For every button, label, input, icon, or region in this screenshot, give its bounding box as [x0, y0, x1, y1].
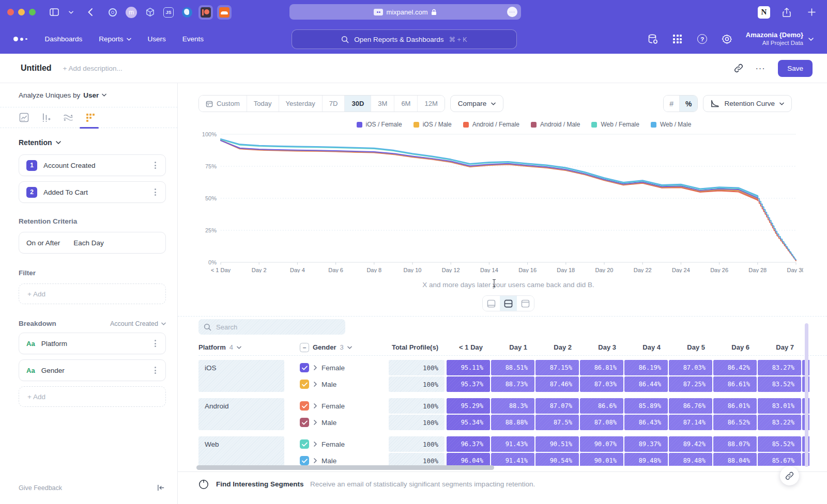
back-button[interactable]: [83, 6, 97, 19]
series-checkbox[interactable]: [300, 439, 309, 449]
retention-step-1[interactable]: 1 Account Created: [19, 154, 166, 176]
report-title[interactable]: Untitled: [21, 64, 52, 73]
retention-cell-day-5[interactable]: 87.03%: [669, 360, 712, 375]
series-checkbox[interactable]: [300, 401, 309, 411]
retention-cell-day-2[interactable]: 87.15%: [535, 360, 579, 375]
legend-item[interactable]: Web / Male: [651, 121, 691, 128]
retention-cell-day-2[interactable]: 87.07%: [535, 398, 579, 414]
retention-cell-day-2[interactable]: 90.54%: [535, 453, 579, 466]
retention-cell-day-6[interactable]: 88.04%: [713, 453, 757, 466]
range-custom[interactable]: Custom: [199, 96, 247, 112]
retention-cell-day-0[interactable]: 95.11%: [447, 360, 490, 375]
vertical-scrollbar[interactable]: [805, 323, 808, 467]
retention-criteria-card[interactable]: On or After Each Day: [19, 232, 166, 254]
column-header-day-7[interactable]: Day 7: [758, 343, 802, 351]
window-close-button[interactable]: [7, 9, 14, 15]
retention-cell-day-1[interactable]: 88.88%: [491, 415, 534, 430]
tab-funnels-icon[interactable]: [41, 113, 51, 123]
retention-cell-day-7[interactable]: 85.52%: [758, 436, 801, 452]
retention-line-chart[interactable]: 0%25%50%75%100%< 1 DayDay 2Day 4Day 6Day…: [198, 130, 803, 273]
expand-row-icon[interactable]: [314, 403, 317, 408]
table-search[interactable]: [198, 319, 345, 335]
gender-cell[interactable]: Female: [285, 398, 389, 414]
retention-cell-day-1[interactable]: 88.73%: [491, 376, 534, 392]
column-header-day-4[interactable]: Day 4: [624, 343, 669, 351]
tab-insights-icon[interactable]: [19, 113, 29, 123]
data-management-icon[interactable]: [647, 33, 659, 45]
retention-cell-day-1[interactable]: 88.3%: [491, 398, 534, 414]
retention-cell-day-2[interactable]: 87.46%: [535, 376, 579, 392]
retention-cell-day-5[interactable]: 89.42%: [669, 436, 712, 452]
retention-cell-day-4[interactable]: 89.48%: [624, 453, 668, 466]
package-extension-icon[interactable]: [143, 5, 157, 20]
column-header-day-3[interactable]: Day 3: [580, 343, 624, 351]
nav-events[interactable]: Events: [182, 35, 204, 43]
legend-item[interactable]: iOS / Male: [414, 121, 452, 128]
more-menu-icon[interactable]: ...: [756, 67, 765, 70]
global-search[interactable]: Open Reports & Dashboards ⌘ + K: [292, 29, 517, 49]
address-bar[interactable]: mixpanel.com ...: [289, 4, 521, 20]
retention-cell-day-6[interactable]: 86.61%: [713, 376, 757, 392]
range-yesterday[interactable]: Yesterday: [279, 96, 323, 112]
retention-cell-day-3[interactable]: 87.03%: [580, 376, 623, 392]
retention-cell-day-6[interactable]: 86.52%: [713, 415, 757, 430]
retention-cell-day-5[interactable]: 87.25%: [669, 376, 712, 392]
javascript-extension-icon[interactable]: JS: [161, 5, 176, 20]
retention-cell-day-4[interactable]: 86.44%: [624, 376, 668, 392]
retention-cell-day-2[interactable]: 87.5%: [535, 415, 579, 430]
retention-cell-day-0[interactable]: 95.29%: [447, 398, 490, 414]
retention-cell-day-7[interactable]: 83.01%: [758, 398, 801, 414]
apps-grid-icon[interactable]: [671, 33, 684, 45]
gender-cell[interactable]: Male: [285, 453, 389, 466]
platform-cell[interactable]: iOS: [198, 360, 284, 392]
tab-retention-icon[interactable]: [85, 113, 96, 123]
step-options-kebab-icon[interactable]: [152, 160, 158, 171]
notion-icon[interactable]: N: [758, 6, 770, 19]
collapse-sidebar-icon[interactable]: [157, 484, 165, 492]
tab-group-chevron-icon[interactable]: [64, 6, 78, 19]
workspace-switcher[interactable]: Amazonia {Demo} All Project Data: [746, 31, 814, 47]
retention-cell-day-0[interactable]: 96.04%: [447, 453, 490, 466]
globe-extension-icon[interactable]: [180, 5, 194, 20]
mixpanel-logo[interactable]: [13, 37, 27, 41]
address-bar-more-icon[interactable]: ...: [507, 7, 517, 17]
retention-cell-day-6[interactable]: 86.42%: [713, 360, 757, 375]
retention-cell-day-3[interactable]: 90.07%: [580, 436, 623, 452]
step-options-kebab-icon[interactable]: [152, 186, 158, 198]
retention-cell-day-6[interactable]: 88.07%: [713, 436, 757, 452]
breakdown-platform[interactable]: Aa Platform: [19, 333, 166, 354]
column-header-day-0[interactable]: < 1 Day: [447, 343, 491, 351]
column-header-day-2[interactable]: Day 2: [535, 343, 580, 351]
chart-type-select[interactable]: Retention Curve: [703, 95, 792, 112]
retention-step-2[interactable]: 2 Added To Cart: [19, 181, 166, 203]
retention-cell-day-0[interactable]: 95.37%: [447, 376, 490, 392]
retention-cell-day-4[interactable]: 85.89%: [624, 398, 668, 414]
gender-select-all-checkbox[interactable]: –: [300, 343, 309, 352]
breakdown-event-select[interactable]: Account Created: [110, 320, 166, 327]
legend-item[interactable]: Web / Female: [591, 121, 639, 128]
series-checkbox[interactable]: [300, 380, 309, 389]
range-30d[interactable]: 30D: [345, 96, 371, 112]
column-header-gender[interactable]: –Gender3: [285, 343, 389, 352]
expand-row-icon[interactable]: [314, 420, 317, 425]
nav-dashboards[interactable]: Dashboards: [45, 35, 83, 43]
retention-cell-day-3[interactable]: 90.01%: [580, 453, 623, 466]
legend-item[interactable]: Android / Female: [463, 121, 519, 128]
nav-users[interactable]: Users: [148, 35, 166, 43]
breakdown-options-kebab-icon[interactable]: [152, 338, 158, 349]
series-checkbox[interactable]: [300, 363, 309, 372]
retention-section-header[interactable]: Retention: [19, 138, 166, 147]
patreon-extension-icon[interactable]: [198, 5, 213, 20]
copy-link-icon[interactable]: [734, 64, 743, 73]
column-header-day-1[interactable]: Day 1: [491, 343, 535, 351]
window-minimize-button[interactable]: [18, 9, 25, 15]
legend-item[interactable]: iOS / Female: [357, 121, 402, 128]
retention-cell-day-4[interactable]: 86.43%: [624, 415, 668, 430]
report-description-placeholder[interactable]: + Add description...: [63, 65, 122, 72]
layout-chart-only-icon[interactable]: [483, 296, 500, 311]
table-search-input[interactable]: [216, 323, 330, 331]
retention-cell-day-1[interactable]: 91.43%: [491, 436, 534, 452]
analyze-entity-select[interactable]: User: [83, 91, 99, 99]
help-icon[interactable]: ?: [696, 33, 709, 45]
expand-row-icon[interactable]: [314, 365, 317, 370]
